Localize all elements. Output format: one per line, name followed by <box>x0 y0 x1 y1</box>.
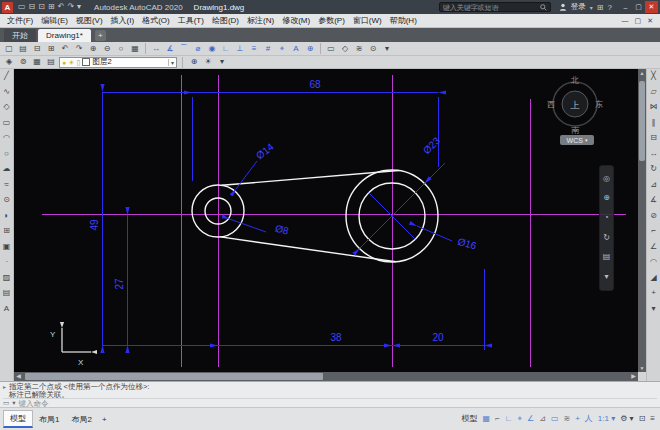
model-space-canvas[interactable]: 68 49 27 38 20 Ø14 Ø8 Ø23 Ø16 Y X 北 西 东 … <box>14 69 638 372</box>
scroll-left-arrow[interactable]: ◀ <box>14 372 23 381</box>
menu-item[interactable]: 帮助(H) <box>386 15 421 26</box>
draw-tool-icon[interactable]: ▤ <box>3 289 11 297</box>
modify-tool-icon[interactable]: ⊘ <box>650 212 657 220</box>
tab-layout1[interactable]: 布局1 <box>33 411 65 428</box>
modify-tool-icon[interactable]: ⌐ <box>651 227 656 235</box>
search-input[interactable] <box>443 4 538 11</box>
tab-model[interactable]: 模型 <box>3 410 33 428</box>
modify-tool-icon[interactable]: + <box>651 289 656 297</box>
dimension-tool-icon[interactable]: A <box>290 43 302 55</box>
viewcube-west[interactable]: 西 <box>547 100 555 109</box>
toolbar-icon[interactable]: ◈ <box>3 56 15 68</box>
scroll-up-arrow[interactable]: ▲ <box>638 69 646 77</box>
toolbar-icon[interactable]: ▦ <box>129 43 141 55</box>
menu-item[interactable]: 格式(O) <box>138 15 174 26</box>
toolbar-icon[interactable]: ⊞ <box>45 43 57 55</box>
qat-icon[interactable]: ▾ <box>77 3 81 11</box>
drawing-window-button[interactable]: ▢ <box>635 17 642 24</box>
qat-icon[interactable]: ⊟ <box>29 3 36 11</box>
draw-tool-icon[interactable]: ☁ <box>3 165 11 173</box>
status-toggle[interactable]: ▦ <box>482 415 490 423</box>
menu-item[interactable]: 绘图(D) <box>208 15 243 26</box>
viewcube-top-face[interactable]: 上 <box>571 100 580 110</box>
qat-icon[interactable]: ↷ <box>67 3 74 11</box>
wcs-button[interactable]: WCS▾ <box>560 135 594 145</box>
dimension-tool-icon[interactable]: ⊕ <box>304 43 316 55</box>
modify-tool-icon[interactable]: ↔ <box>650 150 658 158</box>
menu-item[interactable]: 插入(I) <box>107 15 139 26</box>
vertical-scrollbar[interactable]: ▲ ▼ <box>638 69 646 372</box>
chevron-down-icon[interactable]: ▾ <box>12 400 15 407</box>
status-toggle[interactable]: ⊿ <box>539 415 546 423</box>
vertical-scroll-thumb[interactable] <box>639 81 645 161</box>
dimension-tool-icon[interactable]: ◉ <box>206 43 218 55</box>
toolbar-icon[interactable]: ◇ <box>339 43 351 55</box>
autocad-logo-icon[interactable]: A <box>2 2 13 13</box>
toolbar-icon[interactable]: ▦ <box>31 56 43 68</box>
draw-tool-icon[interactable]: ○ <box>4 150 9 158</box>
draw-tool-icon[interactable]: ▭ <box>3 119 11 127</box>
tab-layout2[interactable]: 布局2 <box>65 411 97 428</box>
modify-tool-icon[interactable]: ⊿ <box>650 181 657 189</box>
draw-tool-icon[interactable]: ▨ <box>3 274 11 282</box>
menu-item[interactable]: 文件(F) <box>3 15 37 26</box>
dimension-tool-icon[interactable]: ∟ <box>220 43 232 55</box>
status-toggle[interactable]: 人 <box>585 415 593 423</box>
toolbar-icon[interactable]: ▭ <box>325 43 337 55</box>
status-toggle[interactable]: ≡ <box>650 415 655 423</box>
app-store-icon[interactable]: ⊞ <box>597 3 604 12</box>
scroll-right-arrow[interactable]: ▶ <box>629 372 638 381</box>
modify-tool-icon[interactable]: ⊟ <box>650 134 657 142</box>
chevron-down-icon[interactable]: ▾ <box>168 59 174 66</box>
toolbar-icon[interactable]: ⊙ <box>367 43 379 55</box>
toolbar-icon[interactable]: ≋ <box>353 43 365 55</box>
orbit-icon[interactable]: ↻ <box>603 234 610 242</box>
draw-tool-icon[interactable]: ◇ <box>3 103 9 111</box>
command-customize-icon[interactable]: ▭ <box>3 400 9 407</box>
menu-item[interactable]: 编辑(E) <box>37 15 72 26</box>
menu-item[interactable]: 参数(P) <box>314 15 349 26</box>
qat-icon[interactable]: ⊞ <box>48 3 55 11</box>
showmotion-icon[interactable]: ▤ <box>603 253 611 261</box>
modify-tool-icon[interactable]: ∡ <box>650 196 657 204</box>
draw-tool-icon[interactable]: ≈ <box>4 181 8 189</box>
dimension-tool-icon[interactable]: ⌖ <box>276 43 288 55</box>
tab-drawing1[interactable]: Drawing1* <box>38 29 91 42</box>
steering-wheel-icon[interactable]: ◎ <box>603 175 610 183</box>
layer-dropdown[interactable]: ● ☀ ▯ 图层2 ▾ <box>59 57 177 68</box>
toolbar-icon[interactable]: ↶ <box>59 43 71 55</box>
toolbar-icon[interactable]: ▾ <box>381 43 393 55</box>
toolbar-icon[interactable]: ▤ <box>17 43 29 55</box>
status-toggle[interactable]: ∠ <box>527 415 534 423</box>
modify-tool-icon[interactable]: ▱ <box>650 88 656 96</box>
tab-start[interactable]: 开始 <box>4 29 36 42</box>
dimension-tool-icon[interactable]: ↔ <box>150 43 162 55</box>
menu-item[interactable]: 工具(T) <box>174 15 208 26</box>
modify-tool-icon[interactable]: ∥ <box>652 119 656 127</box>
draw-tool-icon[interactable]: ◗ <box>4 212 9 220</box>
status-toggle[interactable]: + <box>575 415 580 423</box>
status-toggle[interactable]: ∟ <box>505 415 513 423</box>
toolbar-icon[interactable]: ↷ <box>73 43 85 55</box>
status-toggle[interactable]: 模型 <box>461 415 477 423</box>
minimize-button[interactable]: – <box>619 1 632 13</box>
new-drawing-tab-button[interactable]: + <box>95 30 106 41</box>
scroll-down-arrow[interactable]: ▼ <box>638 364 646 372</box>
status-toggle[interactable]: 1:1 ▾ <box>598 415 615 423</box>
draw-tool-icon[interactable]: ∿ <box>3 88 10 96</box>
new-layout-button[interactable]: + <box>98 412 111 427</box>
drawing-window-button[interactable]: ✕ <box>647 17 653 24</box>
close-button[interactable]: ✕ <box>645 1 658 13</box>
horizontal-scrollbar[interactable]: ◀ ▶ <box>14 372 638 381</box>
dimension-tool-icon[interactable]: ⊥ <box>234 43 246 55</box>
modify-tool-icon[interactable]: ▾ <box>651 305 655 313</box>
draw-tool-icon[interactable]: A <box>4 305 9 313</box>
status-toggle[interactable]: ⊡ <box>639 415 646 423</box>
modify-tool-icon[interactable]: ∠ <box>650 243 657 251</box>
status-toggle[interactable]: ⌐ <box>495 415 500 423</box>
toolbar-icon[interactable]: ○ <box>115 43 127 55</box>
dimension-tool-icon[interactable]: ≡ <box>248 43 260 55</box>
draw-tool-icon[interactable]: ∙ <box>5 258 7 266</box>
toolbar-icon[interactable]: ⊚ <box>17 56 29 68</box>
draw-tool-icon[interactable]: ⊙ <box>3 196 10 204</box>
